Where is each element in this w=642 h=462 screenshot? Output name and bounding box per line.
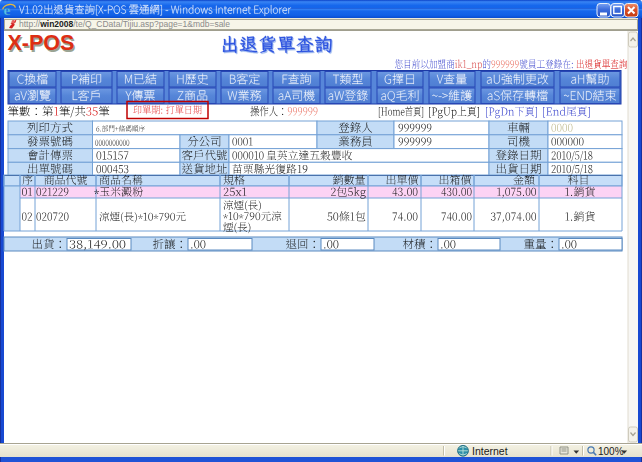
svg-text:http://win2008/te/Q_CData/Tiji: http://win2008/te/Q_CData/Tijiu.asp?page… bbox=[19, 19, 230, 29]
svg-text:e: e bbox=[4, 1, 11, 18]
svg-text:Internet: Internet bbox=[472, 445, 508, 457]
svg-text:100%: 100% bbox=[598, 446, 624, 457]
svg-text:X-POS: X-POS bbox=[7, 31, 74, 55]
